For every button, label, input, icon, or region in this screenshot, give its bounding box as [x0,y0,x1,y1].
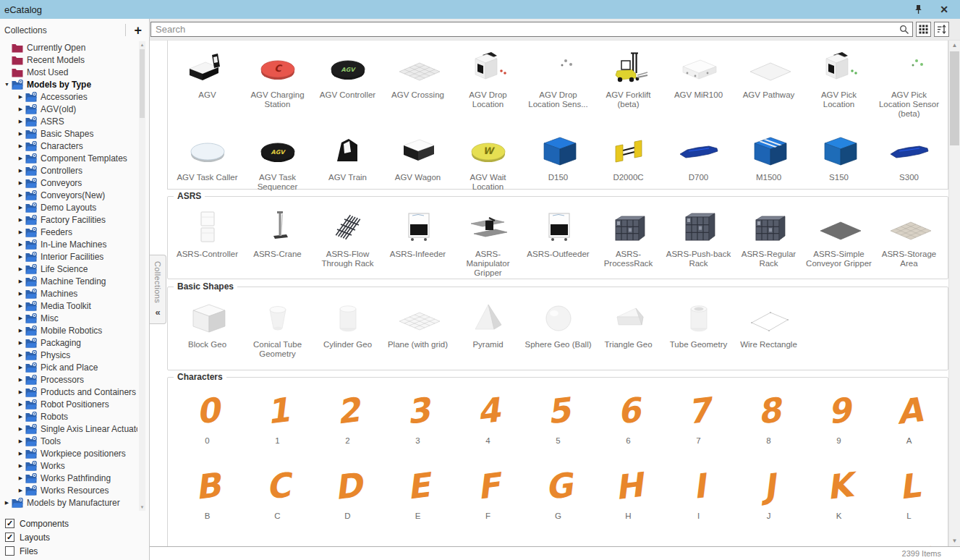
catalog-item-block-geo[interactable]: Block Geo [172,296,242,359]
catalog-item-agv-drop-location-sens[interactable]: AGV Drop Location Sens... [523,46,593,119]
catalog-item-char-w[interactable]: W [874,537,944,546]
checkbox-layouts[interactable]: ✓ [5,533,14,542]
expand-arrow-icon[interactable]: ▶ [16,119,25,124]
catalog-item-agv-forklift-beta[interactable]: AGV Forklift (beta) [593,46,663,119]
tree-item-physics[interactable]: ▶Physics [0,349,137,361]
tree-item-asrs[interactable]: ▶ASRS [0,115,137,127]
tree-item-in-line-machines[interactable]: ▶In-Line Machines [0,238,137,250]
tree-item-single-axis-linear-actuator[interactable]: ▶Single Axis Linear Actuator [0,423,137,435]
catalog-item-asrs-storage-area[interactable]: ASRS-Storage Area [874,205,944,278]
catalog-item-char-v[interactable]: V [804,537,874,546]
catalog-item-4[interactable]: 44 [453,386,523,446]
tree-item-conveyors-new[interactable]: ▶Conveyors(New) [0,189,137,201]
expand-arrow-icon[interactable]: ▶ [16,254,25,260]
tree-item-models-by-manufacturer[interactable]: ▶Models by Manufacturer [0,496,137,509]
catalog-item-asrs-controller[interactable]: ASRS-Controller [172,205,242,278]
tree-item-models-by-type[interactable]: ▼Models by Type [0,78,137,90]
catalog-item-6[interactable]: 66 [593,386,663,446]
expand-arrow-icon[interactable]: ▶ [16,475,25,481]
tree-item-recent-models[interactable]: Recent Models [0,54,137,66]
tree-item-feeders[interactable]: ▶Feeders [0,226,137,238]
expand-arrow-icon[interactable]: ▶ [16,438,25,444]
expand-arrow-icon[interactable]: ▶ [16,131,25,137]
catalog-item-char-q[interactable]: Q [453,537,523,546]
tree-item-component-templates[interactable]: ▶Component Templates [0,152,137,164]
expand-arrow-icon[interactable]: ▶ [16,279,25,284]
catalog-item-asrs-flow-through-rack[interactable]: ASRS-Flow Through Rack [313,205,383,278]
catalog-item-cylinder-geo[interactable]: Cylinder Geo [313,296,383,359]
tree-item-processors[interactable]: ▶Processors [0,373,137,386]
catalog-item-asrs-manipulator-gripper[interactable]: ASRS-Manipulator Gripper [453,205,523,278]
catalog-item-char-s[interactable]: S [593,537,663,546]
catalog-item-k[interactable]: KK [804,462,874,521]
expand-arrow-icon[interactable]: ▶ [16,168,25,174]
expand-arrow-icon[interactable]: ▶ [16,106,25,112]
tree-item-most-used[interactable]: Most Used [0,66,137,78]
tree-item-works-pathfinding[interactable]: ▶Works Pathfinding [0,472,137,484]
catalog-item-agv-mir100[interactable]: AGV MiR100 [663,46,734,119]
grid-view-button[interactable] [916,22,931,37]
catalog-item-asrs-simple-conveyor-gripper[interactable]: ASRS-Simple Conveyor Gripper [804,205,874,278]
expand-arrow-icon[interactable]: ▶ [16,205,25,211]
close-icon[interactable]: ✕ [938,4,950,15]
catalog-item-5[interactable]: 55 [523,386,593,446]
catalog-item-agv-charging-station[interactable]: CAGV Charging Station [242,46,313,119]
catalog-item-agv[interactable]: AGV [172,46,242,119]
tree-scroll-thumb[interactable] [140,49,145,118]
catalog-item-agv-drop-location[interactable]: AGV Drop Location [453,46,523,119]
catalog-item-triangle-geo[interactable]: Triangle Geo [593,296,663,359]
tree-item-robot-positioners[interactable]: ▶Robot Positioners [0,398,137,410]
expand-arrow-icon[interactable]: ▶ [16,242,25,247]
catalog-item-g[interactable]: GG [523,462,593,521]
checkbox-files[interactable] [5,546,14,556]
expand-arrow-icon[interactable]: ▶ [16,426,25,432]
catalog-item-agv-wait-location[interactable]: WAGV Wait Location [453,129,523,192]
tree-item-life-science[interactable]: ▶Life Science [0,263,137,275]
tree-item-media-toolkit[interactable]: ▶Media Toolkit [0,300,137,312]
expand-arrow-icon[interactable]: ▶ [16,217,25,223]
expand-arrow-icon[interactable]: ▶ [16,352,25,358]
catalog-item-asrs-infeeder[interactable]: ASRS-Infeeder [383,205,453,278]
expand-arrow-icon[interactable]: ▶ [16,402,25,407]
tree-item-works-resources[interactable]: ▶Works Resources [0,484,137,496]
catalog-item-tube-geometry[interactable]: Tube Geometry [663,296,734,359]
catalog-item-2[interactable]: 22 [313,386,383,446]
catalog-item-d150[interactable]: D150 [523,129,593,192]
expand-arrow-icon[interactable]: ▶ [16,266,25,272]
catalog-item-char-n[interactable]: N [242,537,313,546]
expand-arrow-icon[interactable]: ▶ [16,365,25,370]
catalog-item-agv-pathway[interactable]: AGV Pathway [734,46,804,119]
catalog-item-s300[interactable]: S300 [874,129,944,192]
tree-item-mobile-robotics[interactable]: ▶Mobile Robotics [0,324,137,336]
catalog-item-sphere-geo-ball[interactable]: Sphere Geo (Ball) [523,296,593,359]
catalog-item-1[interactable]: 11 [242,386,313,446]
expand-arrow-icon[interactable]: ▶ [16,143,25,149]
catalog-item-char-t[interactable]: T [663,537,734,546]
catalog-item-f[interactable]: FF [453,462,523,521]
catalog-item-s150[interactable]: S150 [804,129,874,192]
tree-item-tools[interactable]: ▶Tools [0,435,137,447]
catalog-item-plane-with-grid[interactable]: Plane (with grid) [383,296,453,359]
catalog-item-d[interactable]: DD [313,462,383,521]
catalog-item-asrs-regular-rack[interactable]: ASRS-Regular Rack [734,205,804,278]
catalog-item-3[interactable]: 33 [383,386,453,446]
catalog-item-a[interactable]: AA [874,386,944,446]
catalog-item-7[interactable]: 77 [663,386,734,446]
catalog-item-8[interactable]: 88 [734,386,804,446]
catalog-item-c[interactable]: CC [242,462,313,521]
catalog-item-asrs-push-back-rack[interactable]: ASRS-Push-back Rack [663,205,734,278]
catalog-item-b[interactable]: BB [172,462,242,521]
tree-item-conveyors[interactable]: ▶Conveyors [0,177,137,189]
tree-item-factory-facilities[interactable]: ▶Factory Facilities [0,213,137,226]
tree-scrollbar[interactable]: ▲ ▼ [139,41,145,511]
expand-arrow-icon[interactable]: ▶ [16,180,25,186]
catalog-item-d700[interactable]: D700 [663,129,734,192]
tree-item-pick-and-place[interactable]: ▶Pick and Place [0,361,137,373]
add-collection-button[interactable]: + [131,24,145,37]
catalog-item-l[interactable]: LL [874,462,944,521]
tree-scroll-up-icon[interactable]: ▲ [139,41,145,48]
search-input[interactable] [151,24,896,35]
expand-arrow-icon[interactable]: ▶ [16,192,25,198]
catalog-item-asrs-crane[interactable]: ASRS-Crane [242,205,313,278]
tree-item-machine-tending[interactable]: ▶Machine Tending [0,275,137,287]
